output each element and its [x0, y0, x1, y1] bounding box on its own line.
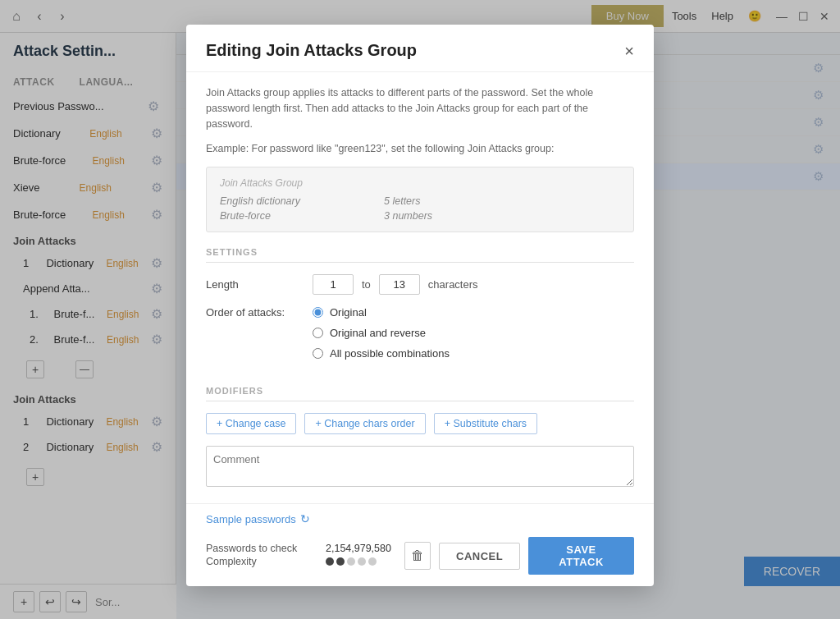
- radio-original: Original: [313, 306, 450, 319]
- example-row-1: English dictionary 5 letters: [220, 195, 620, 207]
- example-row-2: Brute-force 3 numbers: [220, 210, 620, 222]
- complexity-dots: [326, 557, 377, 566]
- length-to-input[interactable]: [379, 274, 420, 295]
- substitute-chars-button[interactable]: + Substitute chars: [434, 413, 537, 434]
- modal-example-box: Join Attacks Group English dictionary 5 …: [206, 167, 634, 232]
- radio-original-reverse-label: Original and reverse: [330, 327, 426, 339]
- dot-3: [347, 557, 355, 566]
- length-from-input[interactable]: [313, 274, 354, 295]
- passwords-to-check-label: Passwords to check: [206, 543, 313, 554]
- radio-original-reverse-input[interactable]: [313, 328, 323, 338]
- modal-close-button[interactable]: ×: [624, 43, 634, 59]
- order-label: Order of attacks:: [206, 306, 304, 319]
- sample-passwords-label: Sample passwords: [206, 513, 296, 525]
- dot-4: [358, 557, 366, 566]
- order-radio-group: Original Original and reverse All possib…: [313, 306, 450, 360]
- complexity-label: Complexity: [206, 556, 313, 567]
- footer-info: Passwords to check 2,154,979,580 Complex…: [206, 543, 391, 569]
- footer-actions: 🗑 CANCEL SAVE ATTACK: [404, 537, 634, 575]
- modal-body: Join Attacks group applies its attacks t…: [186, 72, 654, 503]
- radio-all-combinations: All possible combinations: [313, 347, 450, 360]
- length-label: Length: [206, 278, 304, 291]
- example-row1-value: 5 letters: [384, 195, 420, 207]
- length-row: Length to characters: [206, 274, 634, 295]
- passwords-to-check-row: Passwords to check 2,154,979,580: [206, 543, 391, 554]
- cancel-button[interactable]: CANCEL: [439, 543, 520, 570]
- comment-input[interactable]: [206, 446, 634, 487]
- example-group-label: Join Attacks Group: [220, 177, 620, 189]
- modal-description: Join Attacks group applies its attacks t…: [206, 85, 634, 131]
- delete-button[interactable]: 🗑: [404, 542, 431, 570]
- radio-original-reverse: Original and reverse: [313, 327, 450, 339]
- radio-all-combinations-label: All possible combinations: [330, 347, 450, 360]
- settings-section-label: SETTINGS: [206, 247, 634, 263]
- to-label: to: [362, 278, 371, 291]
- modal-example-text: Example: For password like "green123", s…: [206, 141, 634, 157]
- refresh-icon: ↻: [300, 512, 310, 525]
- example-row2-value: 3 numbers: [384, 210, 432, 222]
- change-case-button[interactable]: + Change case: [206, 413, 296, 434]
- modal-title: Editing Join Attacks Group: [206, 41, 417, 60]
- modal-footer-top: Sample passwords ↻: [186, 503, 654, 525]
- modifiers-section-label: MODIFIERS: [206, 386, 634, 401]
- radio-original-label: Original: [330, 306, 367, 319]
- modal-dialog: Editing Join Attacks Group × Join Attack…: [186, 25, 654, 586]
- modifier-buttons-group: + Change case + Change chars order + Sub…: [206, 413, 634, 434]
- radio-all-combinations-input[interactable]: [313, 348, 323, 359]
- order-row: Order of attacks: Original Original and …: [206, 306, 634, 374]
- example-row1-label: English dictionary: [220, 195, 351, 207]
- passwords-to-check-value: 2,154,979,580: [326, 543, 391, 554]
- modal-overlay: Editing Join Attacks Group × Join Attack…: [0, 0, 840, 619]
- dot-5: [368, 557, 377, 566]
- change-chars-order-button[interactable]: + Change chars order: [304, 413, 425, 434]
- example-row2-label: Brute-force: [220, 210, 351, 222]
- dot-1: [326, 557, 334, 566]
- dot-2: [336, 557, 345, 566]
- characters-label: characters: [428, 278, 478, 291]
- sample-passwords-link[interactable]: Sample passwords ↻: [206, 512, 634, 525]
- save-attack-button[interactable]: SAVE ATTACK: [528, 537, 634, 575]
- modal-header: Editing Join Attacks Group ×: [186, 25, 654, 72]
- complexity-row: Complexity: [206, 556, 391, 567]
- radio-original-input[interactable]: [313, 307, 323, 318]
- modal-footer: Passwords to check 2,154,979,580 Complex…: [186, 525, 654, 586]
